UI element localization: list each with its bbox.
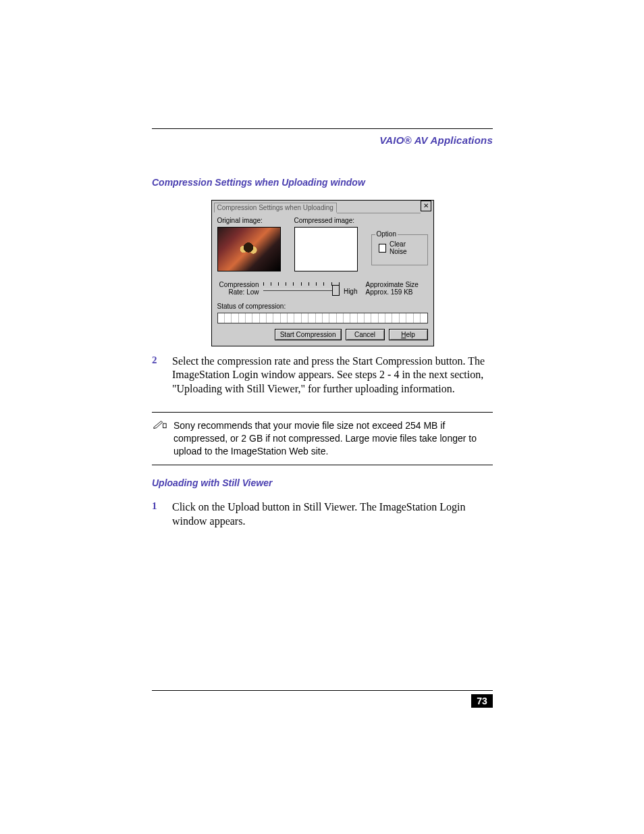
option-group: Option Clear Noise [371, 234, 428, 265]
clear-noise-checkbox[interactable]: Clear Noise [379, 240, 421, 255]
header-title: VAIO® AV Applications [152, 134, 493, 146]
compression-dialog: Compression Settings when Uploading ✕ Or… [211, 200, 434, 346]
status-label: Status of compression: [217, 303, 428, 310]
dialog-title-tab: Compression Settings when Uploading [214, 203, 337, 213]
slider-high-label: High [344, 288, 358, 296]
step-number-2: 2 [152, 355, 160, 396]
compressed-image-thumb [294, 227, 358, 271]
original-image-thumb [217, 227, 281, 271]
footer-rule [152, 690, 493, 691]
step-1b-text: Click on the Upload button in Still View… [172, 500, 493, 528]
note-text: Sony recommends that your movie file siz… [173, 419, 493, 458]
slider-handle[interactable] [332, 285, 340, 296]
option-legend: Option [375, 230, 398, 238]
help-button[interactable]: Help [389, 329, 428, 340]
start-compression-button[interactable]: Start Compression [275, 329, 342, 340]
note-box: Sony recommends that your movie file siz… [152, 412, 493, 465]
approximate-size: Approximate Size Approx. 159 KB [366, 281, 428, 296]
clear-noise-label: Clear Noise [390, 240, 420, 255]
step-2-text: Select the compression rate and press th… [172, 355, 493, 396]
compression-slider[interactable] [263, 282, 340, 296]
progress-bar [217, 313, 428, 323]
compressed-image-label: Compressed image: [294, 217, 358, 224]
section-heading-uploading: Uploading with Still Viewer [152, 477, 493, 488]
cancel-button[interactable]: Cancel [346, 329, 385, 340]
svg-rect-0 [163, 424, 167, 428]
header-rule [152, 128, 493, 129]
page-number: 73 [471, 694, 493, 708]
note-icon [152, 419, 168, 458]
original-image-label: Original image: [217, 217, 281, 224]
step-number-1: 1 [152, 500, 160, 528]
close-icon[interactable]: ✕ [421, 201, 431, 211]
compression-rate-label: Compression Rate: Low [217, 281, 259, 296]
section-heading-compression: Compression Settings when Uploading wind… [152, 177, 493, 188]
